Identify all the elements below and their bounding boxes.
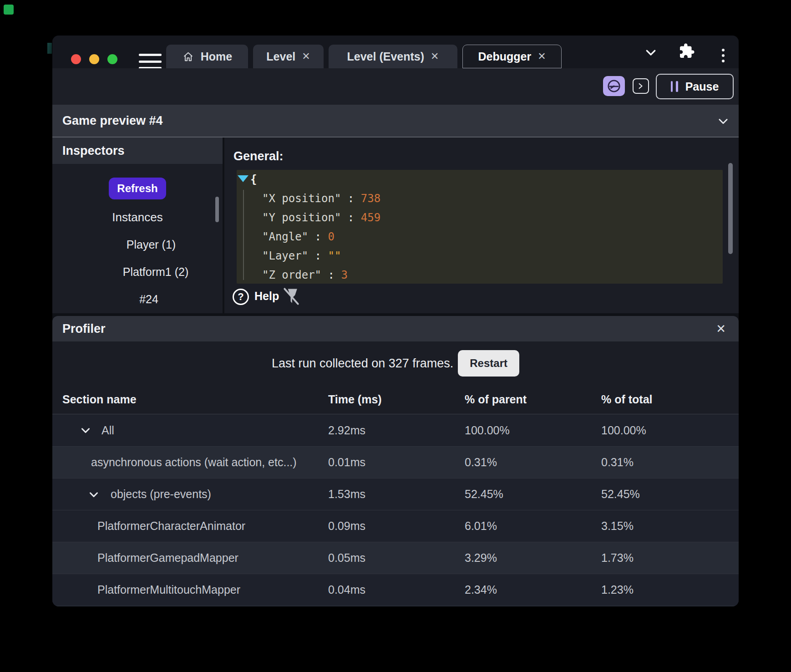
menu-hamburger-icon[interactable] [139, 54, 162, 69]
sidebar-item-instances[interactable]: Instances [52, 208, 223, 226]
percent-total-value: 3.15% [601, 519, 739, 533]
chevron-down-icon[interactable] [644, 46, 658, 59]
tab-debugger[interactable]: Debugger ✕ [462, 45, 562, 68]
game-preview-bar[interactable]: Game preview #4 [52, 105, 739, 137]
debugger-main-area: Inspectors Refresh Instances Player (1) … [52, 137, 739, 313]
game-preview-title: Game preview #4 [62, 105, 163, 137]
general-panel: General: { "X position" : 738 "Y positio… [224, 137, 739, 313]
zoom-window-button[interactable] [107, 54, 117, 64]
profiler-title: Profiler [62, 322, 106, 336]
time-value: 0.05ms [328, 551, 465, 565]
percent-parent-value: 100.00% [465, 424, 601, 437]
pause-icon [671, 81, 678, 92]
section-name: PlatformerCharacterAnimator [97, 519, 245, 533]
percent-parent-value: 3.29% [465, 551, 601, 565]
profiler-status-row: Last run collected on 327 frames. Restar… [52, 341, 739, 385]
table-row-platformer-gamepad-mapper[interactable]: PlatformerGamepadMapper 0.05ms 3.29% 1.7… [52, 542, 739, 574]
chevron-down-icon[interactable] [80, 424, 91, 436]
tab-label: Debugger [478, 50, 531, 63]
kebab-menu-icon[interactable] [720, 46, 727, 66]
section-name: All [101, 424, 114, 437]
percent-total-value: 100.00% [601, 424, 739, 437]
table-row-platformer-multitouch-mapper[interactable]: PlatformerMultitouchMapper 0.04ms 2.34% … [52, 574, 739, 606]
column-header-percent-parent: % of parent [465, 393, 601, 406]
json-property-layer: "Layer" : "" [237, 246, 723, 265]
close-window-button[interactable] [71, 54, 81, 64]
close-profiler-icon[interactable]: ✕ [716, 316, 726, 341]
table-row-objects-pre-events[interactable]: objects (pre-events) 1.53ms 52.45% 52.45… [52, 478, 739, 510]
profiler-header: Profiler ✕ [52, 316, 739, 341]
percent-parent-value: 2.34% [465, 583, 601, 596]
column-header-percent-total: % of total [601, 393, 739, 406]
app-window: Home Level ✕ Level (Events) ✕ Debugger ✕ [52, 36, 739, 606]
help-question-icon[interactable]: ? [233, 289, 249, 305]
time-value: 0.09ms [328, 519, 465, 533]
tab-label: Home [201, 50, 232, 63]
section-name: asynchronous actions (wait action, etc..… [91, 456, 297, 469]
refresh-button[interactable]: Refresh [109, 178, 166, 199]
minimize-window-button[interactable] [89, 54, 99, 64]
percent-parent-value: 0.31% [465, 456, 601, 469]
json-property-x-position: "X position" : 738 [237, 189, 723, 208]
column-header-section-name: Section name [62, 393, 328, 406]
close-tab-icon[interactable]: ✕ [537, 51, 546, 61]
time-value: 0.04ms [328, 583, 465, 596]
debugger-toolbar: Pause [52, 68, 739, 105]
chevron-down-icon[interactable] [717, 115, 730, 127]
time-value: 0.01ms [328, 456, 465, 469]
column-header-time: Time (ms) [328, 393, 465, 406]
section-name: PlatformerGamepadMapper [97, 551, 238, 565]
percent-total-value: 1.23% [601, 583, 739, 596]
close-tab-icon[interactable]: ✕ [302, 51, 310, 61]
help-button[interactable]: Help [254, 290, 279, 303]
instance-properties-json: { "X position" : 738 "Y position" : 459 … [237, 170, 723, 284]
percent-total-value: 52.45% [601, 488, 739, 501]
sidebar-scrollbar[interactable] [215, 197, 219, 222]
json-property-z-order: "Z order" : 3 [237, 265, 723, 284]
time-value: 2.92ms [328, 424, 465, 437]
profiler-table-rows: All 2.92ms 100.00% 100.00% asynchronous … [52, 414, 739, 606]
tab-bar: Home Level ✕ Level (Events) ✕ Debugger ✕ [166, 45, 562, 68]
profiler-panel: Profiler ✕ Last run collected on 327 fra… [52, 316, 739, 606]
profiler-speedometer-button[interactable] [603, 76, 625, 96]
pin-off-icon[interactable] [281, 286, 301, 307]
pause-label: Pause [685, 80, 719, 93]
percent-parent-value: 6.01% [465, 519, 601, 533]
background-artifact [47, 43, 52, 54]
json-property-angle: "Angle" : 0 [237, 227, 723, 246]
sidebar-item-player[interactable]: Player (1) [52, 235, 223, 254]
restart-button[interactable]: Restart [458, 350, 519, 377]
titlebar: Home Level ✕ Level (Events) ✕ Debugger ✕ [52, 36, 739, 68]
json-property-y-position: "Y position" : 459 [237, 208, 723, 227]
table-row-all[interactable]: All 2.92ms 100.00% 100.00% [52, 414, 739, 446]
inspectors-title: Inspectors [62, 144, 125, 158]
chevron-down-icon[interactable] [88, 489, 100, 500]
percent-total-value: 1.73% [601, 551, 739, 565]
section-name: PlatformerMultitouchMapper [97, 583, 240, 596]
time-value: 1.53ms [328, 488, 465, 501]
inspectors-header: Inspectors [52, 137, 223, 164]
tab-label: Level (Events) [347, 50, 425, 63]
sidebar-item-instance-24[interactable]: #24 [52, 290, 223, 308]
panel-scrollbar[interactable] [728, 163, 733, 254]
percent-total-value: 0.31% [601, 456, 739, 469]
tab-level[interactable]: Level ✕ [253, 45, 324, 68]
section-name: objects (pre-events) [111, 488, 211, 501]
tab-home[interactable]: Home [166, 45, 248, 68]
percent-parent-value: 52.45% [465, 488, 601, 501]
general-title: General: [233, 149, 284, 163]
profiler-table-header: Section name Time (ms) % of parent % of … [52, 385, 739, 414]
table-row-partial [52, 606, 739, 606]
home-icon [182, 51, 194, 63]
profiler-status-text: Last run collected on 327 frames. [272, 356, 453, 371]
table-row-async-actions[interactable]: asynchronous actions (wait action, etc..… [52, 446, 739, 478]
console-button[interactable] [633, 78, 649, 94]
sidebar-item-platform1[interactable]: Platform1 (2) [52, 263, 223, 281]
pause-button[interactable]: Pause [656, 74, 734, 99]
json-open-brace: { [237, 170, 723, 189]
background-artifact [4, 5, 14, 15]
table-row-platformer-character-animator[interactable]: PlatformerCharacterAnimator 0.09ms 6.01%… [52, 510, 739, 542]
extensions-puzzle-icon[interactable] [679, 43, 695, 59]
tab-level-events[interactable]: Level (Events) ✕ [329, 45, 457, 68]
close-tab-icon[interactable]: ✕ [431, 51, 439, 61]
